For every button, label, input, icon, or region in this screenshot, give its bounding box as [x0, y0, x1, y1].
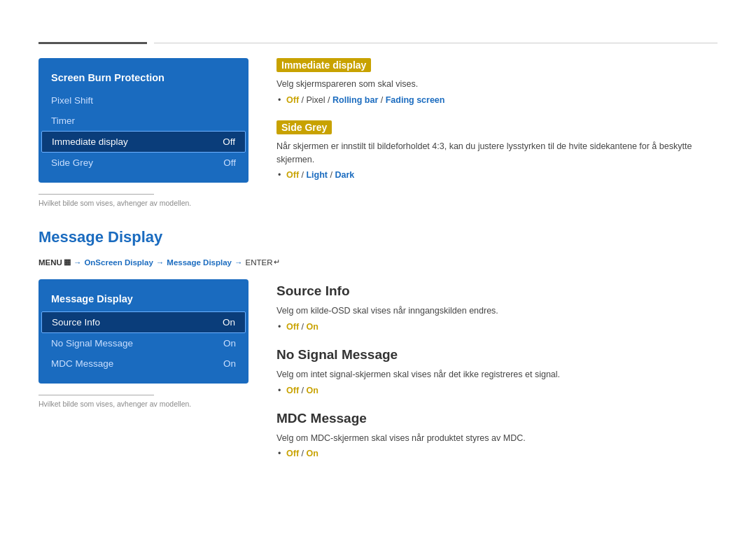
option-on: On	[306, 386, 318, 395]
breadcrumb-arrow1: →	[74, 258, 82, 267]
option-off: Off	[286, 386, 299, 395]
option-off: Off	[286, 95, 299, 105]
screen-burn-right: Immediate display Velg skjermspareren so…	[276, 58, 718, 207]
option-separator: /	[299, 449, 306, 458]
option-item: Off / Light / Dark	[276, 170, 718, 180]
menu-item-label: Timer	[51, 115, 75, 126]
menu-item-label: MDC Message	[51, 358, 113, 369]
option-separator: /	[299, 386, 306, 395]
side-grey-heading: Side Grey	[276, 120, 332, 134]
menu-item-no-signal[interactable]: No Signal Message On	[38, 333, 248, 353]
message-display-section: Message Display MENU▦ → OnScreen Display…	[38, 228, 718, 474]
side-grey-desc-text: Når skjermen er innstilt til bildeforhol…	[276, 140, 718, 167]
no-signal-options: Off / On	[276, 386, 718, 395]
source-info-heading: Source Info	[276, 283, 718, 299]
message-display-right: Source Info Velg om kilde-OSD skal vises…	[276, 279, 718, 474]
option-dark: Dark	[335, 170, 354, 180]
menu-item-mdc[interactable]: MDC Message On	[38, 353, 248, 374]
menu-item-value: Off	[223, 157, 236, 168]
screen-burn-section: Screen Burn Protection Pixel Shift Timer…	[38, 58, 718, 207]
mdc-heading: MDC Message	[276, 411, 718, 426]
menu-item-value: On	[223, 338, 236, 349]
breadcrumb-message-display: Message Display	[167, 258, 232, 267]
menu-item-immediate-display[interactable]: Immediate display Off	[41, 131, 246, 153]
option-rolling: Rolling bar	[332, 95, 378, 105]
option-light: Light	[306, 170, 328, 180]
breadcrumb-arrow3: →	[234, 258, 243, 267]
enter-icon: ↵	[274, 258, 280, 267]
screen-burn-left: Screen Burn Protection Pixel Shift Timer…	[38, 58, 248, 207]
option-separator: /	[299, 322, 306, 332]
menu-item-label: No Signal Message	[51, 338, 133, 349]
option-separator: /	[299, 95, 306, 105]
menu-item-label: Source Info	[52, 317, 100, 328]
menu-item-pixel-shift[interactable]: Pixel Shift	[38, 90, 248, 111]
source-info-desc-text: Velg om kilde-OSD skal vises når inngang…	[276, 304, 718, 318]
message-display-left: Message Display Source Info On No Signal…	[38, 279, 248, 474]
top-dividers	[38, 42, 718, 44]
menu-icon: ▦	[64, 258, 71, 267]
screen-burn-title: Screen Burn Protection	[38, 68, 248, 90]
message-display-panel: Message Display Source Info On No Signal…	[38, 279, 248, 384]
option-off: Off	[286, 170, 299, 180]
option-separator: /	[326, 95, 332, 105]
option-fading: Fading screen	[386, 95, 445, 105]
divider-short	[38, 42, 147, 44]
mdc-desc: MDC Message Velg om MDC-skjermen skal vi…	[276, 411, 718, 459]
screen-burn-note: Hvilket bilde som vises, avhenger av mod…	[38, 199, 248, 207]
no-signal-desc-text: Velg om intet signal-skjermen skal vises…	[276, 368, 718, 381]
side-grey-options: Off / Light / Dark	[276, 170, 718, 180]
breadcrumb: MENU▦ → OnScreen Display → Message Displ…	[38, 258, 718, 267]
breadcrumb-onscreen: OnScreen Display	[84, 258, 153, 267]
menu-item-label: Pixel Shift	[51, 95, 93, 106]
immediate-display-options: Off / Pixel / Rolling bar / Fading scree…	[276, 95, 718, 105]
option-off: Off	[286, 322, 299, 332]
option-separator: /	[378, 95, 385, 105]
note-divider	[38, 194, 154, 195]
breadcrumb-menu: MENU	[38, 258, 62, 267]
option-on: On	[306, 322, 318, 332]
menu-item-timer[interactable]: Timer	[38, 111, 248, 131]
no-signal-heading: No Signal Message	[276, 347, 718, 363]
source-info-options: Off / On	[276, 322, 718, 332]
breadcrumb-enter: ENTER	[246, 258, 273, 267]
option-pixel: Pixel	[306, 95, 325, 105]
note-divider-2	[38, 395, 154, 395]
menu-item-side-grey[interactable]: Side Grey Off	[38, 153, 248, 173]
option-item: Off / On	[276, 449, 718, 458]
menu-item-value: On	[223, 358, 236, 369]
screen-burn-panel: Screen Burn Protection Pixel Shift Timer…	[38, 58, 248, 183]
menu-item-source-info[interactable]: Source Info On	[41, 311, 246, 333]
message-display-note: Hvilket bilde som vises, avhenger av mod…	[38, 400, 248, 408]
menu-item-value: Off	[223, 136, 235, 147]
option-item: Off / Pixel / Rolling bar / Fading scree…	[276, 95, 718, 105]
immediate-display-desc-text: Velg skjermspareren som skal vises.	[276, 78, 718, 91]
mdc-options: Off / On	[276, 449, 718, 458]
option-separator: /	[328, 170, 335, 180]
divider-long	[154, 43, 718, 43]
no-signal-desc: No Signal Message Velg om intet signal-s…	[276, 347, 718, 395]
menu-item-value: On	[223, 317, 235, 328]
side-grey-desc: Side Grey Når skjermen er innstilt til b…	[276, 120, 718, 181]
immediate-display-desc: Immediate display Velg skjermspareren so…	[276, 58, 718, 105]
option-off: Off	[286, 449, 299, 458]
mdc-desc-text: Velg om MDC-skjermen skal vises når prod…	[276, 432, 718, 445]
message-display-title: Message Display	[38, 228, 718, 246]
source-info-desc: Source Info Velg om kilde-OSD skal vises…	[276, 283, 718, 332]
immediate-display-heading: Immediate display	[276, 58, 371, 72]
option-item: Off / On	[276, 386, 718, 395]
message-display-two-col: Message Display Source Info On No Signal…	[38, 279, 718, 474]
menu-item-label: Immediate display	[52, 136, 128, 147]
menu-item-label: Side Grey	[51, 157, 93, 168]
breadcrumb-arrow2: →	[156, 258, 164, 267]
option-separator: /	[299, 170, 306, 180]
option-on: On	[306, 449, 318, 458]
option-item: Off / On	[276, 322, 718, 332]
message-display-panel-title: Message Display	[38, 289, 248, 311]
